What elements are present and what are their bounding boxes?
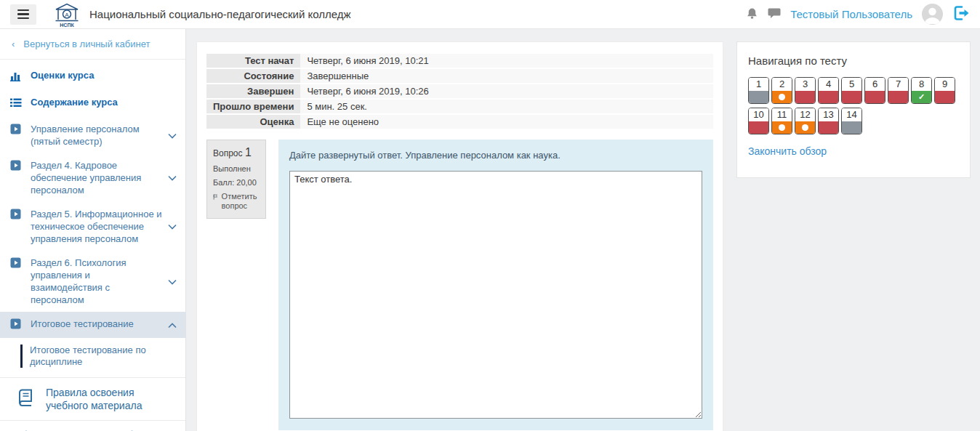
back-to-dashboard-link[interactable]: ‹ Вернуться в личный кабинет xyxy=(0,29,185,60)
hamburger-menu-button[interactable] xyxy=(10,4,36,25)
row-label: Тест начат xyxy=(206,54,300,68)
question-number: Вопрос 1 xyxy=(213,146,260,159)
sidebar: ‹ Вернуться в личный кабинет Оценки курс… xyxy=(0,29,186,431)
back-link-label: Вернуться в личный кабинет xyxy=(23,39,150,49)
college-logo: А НСПК xyxy=(52,1,81,28)
chevron-up-icon xyxy=(164,319,177,331)
sidebar-item-label: Управление персоналом (пятый семестр) xyxy=(31,123,164,148)
quiz-review-panel: Тест начат Четверг, 6 июня 2019, 10:21 С… xyxy=(196,41,723,431)
play-square-icon xyxy=(10,318,23,332)
question-nav-button-5[interactable]: 5 xyxy=(841,77,862,104)
active-marker-bar xyxy=(20,345,23,368)
sidebar-item-section-5[interactable]: Раздел 5. Информационное и техническое о… xyxy=(0,202,185,251)
sidebar-item-label: Раздел 4. Кадровое обеспечение управлени… xyxy=(31,159,164,196)
user-avatar[interactable] xyxy=(922,4,943,25)
table-row: Состояние Завершенные xyxy=(206,68,713,84)
question-nav-button-3[interactable]: 3 xyxy=(795,77,816,104)
sidebar-item-label: Итоговое тестирование xyxy=(31,318,134,330)
row-label: Завершен xyxy=(206,84,300,99)
question-nav-button-13[interactable]: 13 xyxy=(818,108,839,134)
sidebar-item-label: Раздел 6. Психология управления и взаимо… xyxy=(31,257,164,306)
back-chevron-icon: ‹ xyxy=(12,39,15,49)
question-buttons-grid: 1 2 3 4 5 6 7 xyxy=(748,77,959,134)
question-nav-button-12[interactable]: 12 xyxy=(795,108,816,134)
question-nav-button-10[interactable]: 10 xyxy=(748,108,769,134)
notifications-bell-icon[interactable] xyxy=(746,7,758,22)
app-title: Национальный социально-педагогический ко… xyxy=(89,8,351,20)
sidebar-item-course-contents[interactable]: Содержание курса xyxy=(0,90,185,117)
row-value: Четверг, 6 июня 2019, 10:26 xyxy=(300,84,713,99)
messages-chat-icon[interactable] xyxy=(768,7,781,21)
row-label: Оценка xyxy=(206,114,300,129)
sidebar-item-label: Правила освоения учебного материала xyxy=(46,386,174,412)
main-content: Тест начат Четверг, 6 июня 2019, 10:21 С… xyxy=(186,29,980,431)
sidebar-item-instruction[interactable]: ? Инструкция по работе в системе обучени… xyxy=(0,421,185,431)
sidebar-subitem-final-test-discipline[interactable]: Итоговое тестирование по дисциплине xyxy=(0,338,185,376)
question-nav-button-14[interactable]: 14 xyxy=(841,108,862,134)
sidebar-item-label: Раздел 5. Информационное и техническое о… xyxy=(31,208,164,245)
chevron-down-icon xyxy=(164,220,177,233)
top-header: А НСПК Национальный социально-педагогиче… xyxy=(0,0,980,29)
attempt-summary-table: Тест начат Четверг, 6 июня 2019, 10:21 С… xyxy=(206,54,713,130)
question-info-box: Вопрос 1 Выполнен Балл: 20,00 Отметить в… xyxy=(206,140,266,219)
table-row: Завершен Четверг, 6 июня 2019, 10:26 xyxy=(206,84,713,99)
list-icon xyxy=(10,97,23,111)
chevron-down-icon xyxy=(164,129,177,142)
row-value: Четверг, 6 июня 2019, 10:21 xyxy=(300,54,713,68)
row-label: Состояние xyxy=(206,68,300,84)
sidebar-resources: Правила освоения учебного материала ? Ин… xyxy=(0,377,185,431)
question-nav-button-6[interactable]: 6 xyxy=(864,77,885,104)
question-prompt: Дайте развернутый ответ. Управление перс… xyxy=(289,150,702,161)
flag-icon xyxy=(213,192,218,202)
chevron-down-icon xyxy=(164,172,177,184)
question-nav-button-4[interactable]: 4 xyxy=(818,77,839,104)
question-nav-button-2[interactable]: 2 xyxy=(771,77,792,104)
row-value: 5 мин. 25 сек. xyxy=(300,99,713,114)
sidebar-item-label: Содержание курса xyxy=(31,96,118,108)
chevron-down-icon xyxy=(164,275,177,288)
sidebar-item-label: Оценки курса xyxy=(31,69,94,81)
user-name-link[interactable]: Тестовый Пользователь xyxy=(790,8,912,20)
table-row: Оценка Еще не оценено xyxy=(206,114,713,129)
quiz-navigation-panel: Навигация по тесту 1 2 3 4 5 6 xyxy=(736,41,971,178)
row-value: Завершенные xyxy=(300,68,713,84)
question-block-1: Вопрос 1 Выполнен Балл: 20,00 Отметить в… xyxy=(206,140,713,430)
question-nav-button-7[interactable]: 7 xyxy=(888,77,909,104)
finish-review-link[interactable]: Закончить обзор xyxy=(748,145,827,157)
sidebar-item-section-6[interactable]: Раздел 6. Психология управления и взаимо… xyxy=(0,251,185,312)
bar-chart-icon xyxy=(10,70,23,84)
building-logo-icon: А НСПК xyxy=(52,1,81,28)
sidebar-subitem-label: Итоговое тестирование по дисциплине xyxy=(30,345,175,368)
question-nav-button-9[interactable]: 9 xyxy=(934,77,955,104)
quiz-navigation-title: Навигация по тесту xyxy=(748,55,959,67)
book-icon xyxy=(15,388,35,410)
question-nav-button-8[interactable]: 8 xyxy=(911,77,932,104)
sidebar-item-course-grades[interactable]: Оценки курса xyxy=(0,63,185,90)
table-row: Прошло времени 5 мин. 25 сек. xyxy=(206,99,713,114)
logout-icon[interactable] xyxy=(952,4,970,24)
sidebar-item-final-testing[interactable]: Итоговое тестирование xyxy=(0,312,185,338)
sidebar-item-learning-rules[interactable]: Правила освоения учебного материала xyxy=(0,378,185,421)
flag-question-control[interactable]: Отметить вопрос xyxy=(213,192,260,211)
flag-label: Отметить вопрос xyxy=(222,192,260,211)
question-nav-button-11[interactable]: 11 xyxy=(771,108,792,134)
question-mark: Балл: 20,00 xyxy=(213,178,260,187)
question-nav-button-1[interactable]: 1 xyxy=(748,77,769,104)
question-content: Дайте развернутый ответ. Управление перс… xyxy=(278,140,713,430)
play-square-icon xyxy=(10,209,23,222)
play-square-icon xyxy=(10,124,23,137)
table-row: Тест начат Четверг, 6 июня 2019, 10:21 xyxy=(206,54,713,68)
svg-text:А: А xyxy=(65,11,69,17)
row-label: Прошло времени xyxy=(206,99,300,114)
play-square-icon xyxy=(10,257,23,271)
answer-textarea[interactable]: Текст ответа. xyxy=(289,171,702,419)
sidebar-item-course-semester[interactable]: Управление персоналом (пятый семестр) xyxy=(0,117,185,153)
question-status: Выполнен xyxy=(213,164,260,173)
hamburger-icon xyxy=(17,9,29,12)
course-navigation: Оценки курса Содержание курса Управление… xyxy=(0,60,185,377)
row-value: Еще не оценено xyxy=(300,114,713,129)
play-square-icon xyxy=(10,160,23,174)
sidebar-item-section-4[interactable]: Раздел 4. Кадровое обеспечение управлени… xyxy=(0,153,185,202)
svg-text:НСПК: НСПК xyxy=(60,23,74,28)
